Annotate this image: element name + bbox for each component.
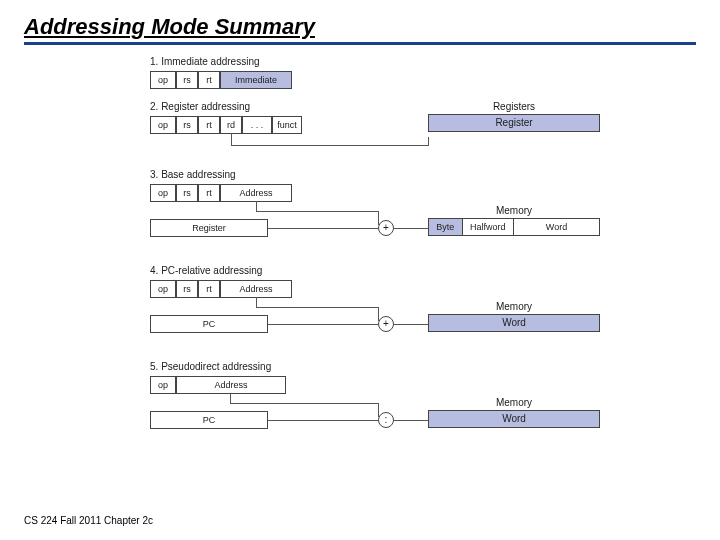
mode-name-2: Register addressing — [161, 101, 250, 112]
wire — [428, 137, 429, 146]
field-op: op — [150, 376, 176, 394]
instruction-row-4: op rs rt Address — [150, 280, 610, 298]
field-rs: rs — [176, 71, 198, 89]
wire — [256, 307, 378, 308]
wire — [256, 297, 257, 307]
registers-label: Registers — [428, 101, 600, 112]
page-title: Addressing Mode Summary — [0, 0, 720, 40]
adder-plus: + — [378, 220, 394, 236]
wire — [394, 324, 428, 325]
memory-block-3: Memory Byte Halfword Word — [428, 205, 600, 236]
wire — [230, 393, 231, 403]
mode-label-5: 5. Pseudodirect addressing — [150, 361, 610, 372]
instruction-row-3: op rs rt Address — [150, 184, 610, 202]
mode-label-1: 1. Immediate addressing — [150, 56, 610, 67]
concat-op: : — [378, 412, 394, 428]
mem-word: Word — [514, 219, 599, 235]
mode-name-5: Pseudodirect addressing — [161, 361, 271, 372]
mode-base: 3. Base addressing op rs rt Address Regi… — [150, 169, 610, 253]
field-rs: rs — [176, 280, 198, 298]
field-op: op — [150, 184, 176, 202]
wire — [231, 133, 232, 145]
field-op: op — [150, 116, 176, 134]
memory-box-3: Byte Halfword Word — [428, 218, 600, 236]
mode-num-4: 4. — [150, 265, 158, 276]
mode-num-2: 2. — [150, 101, 158, 112]
field-rt: rt — [198, 116, 220, 134]
mode-num-1: 1. — [150, 56, 158, 67]
mode-immediate: 1. Immediate addressing op rs rt Immedia… — [150, 56, 610, 89]
field-rt: rt — [198, 280, 220, 298]
register-box: Register — [428, 114, 600, 132]
mem-halfword: Halfword — [463, 219, 514, 235]
field-rt: rt — [198, 184, 220, 202]
base-register-row: Register — [150, 219, 268, 237]
field-rd: rd — [220, 116, 242, 134]
title-rule — [24, 42, 696, 45]
memory-label-3: Memory — [428, 205, 600, 216]
memory-block-5: Memory Word — [428, 397, 600, 428]
mode-name-1: Immediate addressing — [161, 56, 259, 67]
mode-num-5: 5. — [150, 361, 158, 372]
mode-register: 2. Register addressing op rs rt rd . . .… — [150, 101, 610, 157]
mem-word: Word — [429, 315, 599, 331]
field-rt: rt — [198, 71, 220, 89]
mode-label-3: 3. Base addressing — [150, 169, 610, 180]
memory-block-4: Memory Word — [428, 301, 600, 332]
mode-name-3: Base addressing — [161, 169, 236, 180]
wire — [268, 228, 378, 229]
wire — [231, 145, 428, 146]
mem-word: Word — [429, 411, 599, 427]
adder-plus: + — [378, 316, 394, 332]
wire — [256, 201, 257, 211]
wire — [230, 403, 378, 404]
pc-row-5: PC — [150, 411, 268, 429]
mode-pseudodirect: 5. Pseudodirect addressing op Address PC… — [150, 361, 610, 445]
register-text: Register — [429, 115, 599, 131]
memory-box-5: Word — [428, 410, 600, 428]
wire — [268, 324, 378, 325]
mode-label-4: 4. PC-relative addressing — [150, 265, 610, 276]
field-op: op — [150, 71, 176, 89]
pc-box: PC — [150, 315, 268, 333]
field-address: Address — [220, 184, 292, 202]
registers-block: Registers Register — [428, 101, 600, 132]
field-funct: funct — [272, 116, 302, 134]
wire — [394, 228, 428, 229]
wire — [394, 420, 428, 421]
memory-box-4: Word — [428, 314, 600, 332]
memory-label-5: Memory — [428, 397, 600, 408]
field-rs: rs — [176, 184, 198, 202]
pc-row-4: PC — [150, 315, 268, 333]
mode-name-4: PC-relative addressing — [161, 265, 262, 276]
pc-box: PC — [150, 411, 268, 429]
instruction-row-5: op Address — [150, 376, 610, 394]
wire — [268, 420, 378, 421]
mode-pcrelative: 4. PC-relative addressing op rs rt Addre… — [150, 265, 610, 349]
field-rs: rs — [176, 116, 198, 134]
diagram-container: 1. Immediate addressing op rs rt Immedia… — [150, 56, 610, 457]
field-immediate: Immediate — [220, 71, 292, 89]
instruction-row-1: op rs rt Immediate — [150, 71, 610, 89]
field-address: Address — [220, 280, 292, 298]
wire — [256, 211, 378, 212]
mode-num-3: 3. — [150, 169, 158, 180]
field-op: op — [150, 280, 176, 298]
mem-byte: Byte — [429, 219, 463, 235]
footer-text: CS 224 Fall 2011 Chapter 2c — [24, 515, 153, 526]
base-register: Register — [150, 219, 268, 237]
field-address-wide: Address — [176, 376, 286, 394]
memory-label-4: Memory — [428, 301, 600, 312]
field-shamt: . . . — [242, 116, 272, 134]
